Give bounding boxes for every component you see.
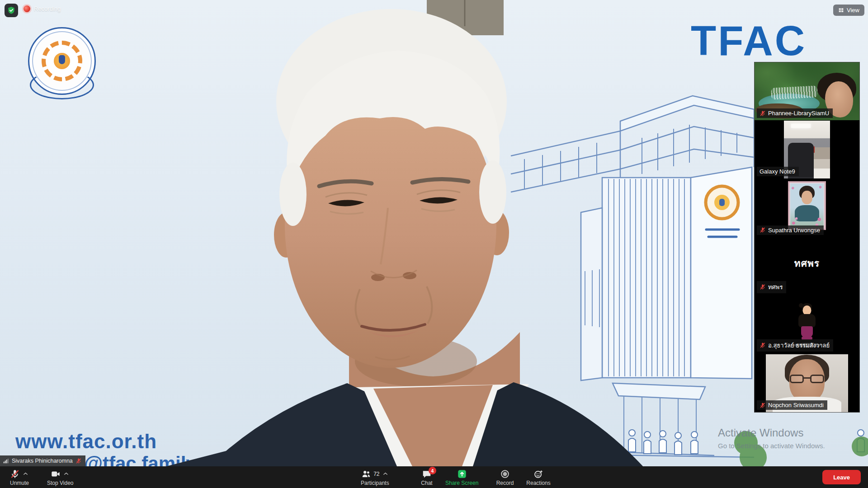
participants-button[interactable]: 72 Participants (361, 466, 389, 488)
zoom-meeting-window: TFAC www.tfac.or.th @tfac.family (0, 0, 868, 488)
meeting-toolbar: Unmute Stop Video 72 Participants Chat 4 (0, 466, 868, 488)
stop-video-label: Stop Video (47, 480, 74, 486)
participant-name-label: Galaxy Note9 (757, 167, 799, 176)
leave-button[interactable]: Leave (822, 470, 861, 484)
participant-tile-thotsaporn[interactable]: ทศพร ทศพร (755, 238, 859, 296)
chat-label: Chat (421, 480, 432, 486)
shield-check-icon (7, 6, 16, 15)
avatar-shirt (798, 314, 816, 327)
muted-mic-icon (75, 458, 82, 464)
flower-frame (789, 183, 825, 229)
participant-name-label: Nopchon Sriwasumdi (757, 400, 827, 410)
meeting-security-button[interactable] (5, 4, 18, 17)
chat-unread-badge: 4 (429, 467, 436, 474)
participant-name-label: ทศพร (757, 281, 786, 293)
participants-sidebar: Phannee-LibrarySiamU Galaxy Note9 (754, 62, 860, 413)
signal-strength-icon (3, 458, 9, 464)
participants-count: 72 (373, 471, 379, 477)
muted-mic-icon (760, 402, 766, 408)
participant-tile-galaxy-note9[interactable]: Galaxy Note9 (755, 121, 859, 179)
avatar-pants (801, 326, 813, 337)
unmute-label: Unmute (10, 480, 29, 486)
record-label: Record (496, 480, 514, 486)
reactions-label: Reactions (526, 480, 550, 486)
grid-view-icon (838, 7, 844, 13)
video-options-chevron[interactable] (63, 470, 70, 477)
audio-options-chevron[interactable] (22, 470, 29, 477)
jacket-left (166, 383, 397, 466)
ceiling-light (791, 124, 811, 128)
participants-label: Participants (361, 480, 389, 486)
self-name-text: Sivaraks Phinicharomna (12, 458, 73, 464)
muted-mic-icon (760, 110, 766, 117)
participant-name-text: Galaxy Note9 (760, 168, 795, 175)
view-button-label: View (847, 7, 859, 14)
participant-tile-suthawan[interactable]: อ.สุธาวัลย์ ธรรมสังวาลย์ (755, 296, 859, 354)
participant-name-text: ทศพร (768, 282, 783, 292)
activate-windows-watermark: Activate Windows Go to Settings to activ… (718, 427, 825, 450)
watermark-subtitle: Go to Settings to activate Windows. (718, 442, 825, 450)
share-screen-icon (457, 469, 467, 479)
participants-options-chevron[interactable] (382, 470, 389, 477)
mic-muted-icon (10, 469, 20, 479)
self-name-label: Sivaraks Phinicharomna (0, 455, 85, 466)
participant-name-text: Nopchon Sriwasumdi (768, 402, 824, 408)
share-screen-label: Share Screen (445, 480, 478, 486)
unmute-button[interactable]: Unmute (6, 466, 33, 488)
muted-mic-icon (760, 342, 766, 348)
stop-video-button[interactable]: Stop Video (47, 466, 74, 488)
recording-dot-icon (24, 5, 30, 12)
main-speaker-video[interactable]: TFAC www.tfac.or.th @tfac.family (0, 0, 868, 466)
waterfall (771, 85, 818, 99)
participant-name-text: อ.สุธาวัลย์ ธรรมสังวาลย์ (768, 341, 830, 350)
participants-icon (361, 469, 371, 479)
avatar-head (803, 305, 811, 315)
muted-mic-icon (760, 227, 766, 233)
recording-label: Recording (34, 5, 61, 12)
record-button[interactable]: Record (492, 466, 518, 488)
participant-name-label: อ.สุธาวัลย์ ธรรมสังวาลย์ (757, 339, 833, 352)
glasses-bridge (804, 377, 810, 379)
glasses (790, 375, 824, 384)
camera-icon (51, 469, 61, 479)
participant-name-label: Supathra Urwongse (757, 225, 824, 235)
portrait-photo (789, 183, 825, 229)
recording-indicator[interactable]: Recording (24, 5, 61, 12)
reactions-button[interactable]: Reactions (525, 466, 552, 488)
participant-display-text: ทศพร (794, 255, 820, 270)
participant-tile-supathra[interactable]: Supathra Urwongse (755, 179, 859, 237)
participant-name-text: Phannee-LibrarySiamU (768, 110, 829, 117)
share-screen-button[interactable]: Share Screen (445, 466, 478, 488)
participant-name-label: Phannee-LibrarySiamU (757, 108, 833, 118)
view-button[interactable]: View (833, 5, 864, 16)
participant-tile-phannee[interactable]: Phannee-LibrarySiamU (755, 62, 859, 121)
speaker-figure (166, 0, 644, 466)
reactions-icon (533, 469, 543, 479)
watermark-title: Activate Windows (718, 427, 825, 439)
participant-tile-nopchon[interactable]: Nopchon Sriwasumdi (755, 354, 859, 412)
background-and-speaker-art (0, 0, 868, 466)
participant-name-text: Supathra Urwongse (768, 227, 820, 234)
muted-mic-icon (760, 284, 766, 290)
chat-button[interactable]: Chat 4 (414, 466, 440, 488)
record-icon (500, 469, 510, 479)
